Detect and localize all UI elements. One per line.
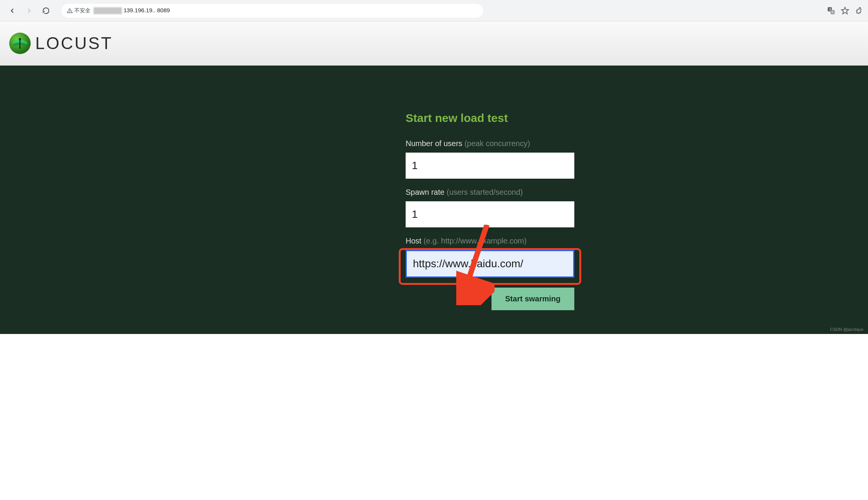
users-group: Number of users (peak concurrency) (406, 139, 574, 179)
host-label: Host (e.g. http://www.example.com) (406, 237, 574, 245)
start-swarming-button[interactable]: Start swarming (492, 288, 574, 310)
locust-wordmark: LOCUST (35, 34, 113, 53)
browser-toolbar: 不安全 139.196.19.. 8089 文A (0, 0, 868, 21)
security-label: 不安全 (74, 7, 90, 14)
address-bar[interactable]: 不安全 139.196.19.. 8089 (61, 4, 483, 18)
translate-icon[interactable]: 文A (827, 6, 836, 15)
svg-text:文: 文 (829, 8, 832, 11)
locust-logo: LOCUST (9, 33, 113, 54)
main-area: Start new load test Number of users (pea… (0, 66, 868, 334)
users-hint: (peak concurrency) (464, 139, 530, 148)
logo-circle-icon (9, 33, 31, 54)
host-group: Host (e.g. http://www.example.com) (406, 237, 574, 278)
url-visible: 139.196.19.. 8089 (123, 7, 170, 13)
spawn-group: Spawn rate (users started/second) (406, 188, 574, 227)
dragonfly-icon (12, 35, 28, 52)
svg-marker-6 (842, 7, 848, 13)
nav-buttons (5, 3, 54, 18)
reload-button[interactable] (38, 3, 54, 18)
load-test-form: Start new load test Number of users (pea… (406, 112, 574, 334)
back-button[interactable] (5, 3, 20, 18)
host-input[interactable] (406, 250, 574, 278)
url-text: 139.196.19.. 8089 (94, 7, 478, 14)
form-title: Start new load test (406, 112, 574, 125)
toolbar-right: 文A (827, 6, 863, 15)
svg-text:A: A (832, 10, 833, 14)
watermark: CSDN @jarctique (830, 327, 863, 332)
svg-point-1 (69, 12, 70, 12)
spawn-hint: (users started/second) (447, 188, 523, 196)
users-label: Number of users (peak concurrency) (406, 139, 574, 148)
host-hint: (e.g. http://www.example.com) (424, 237, 527, 245)
submit-row: Start swarming (406, 288, 574, 310)
users-label-text: Number of users (406, 139, 462, 148)
forward-button[interactable] (21, 3, 37, 18)
spawn-rate-input[interactable] (406, 201, 574, 227)
security-indicator[interactable]: 不安全 (67, 7, 90, 14)
redacted-segment (94, 7, 122, 14)
extensions-icon[interactable] (854, 6, 863, 15)
svg-point-12 (19, 38, 21, 40)
locust-header: LOCUST (0, 21, 868, 66)
users-input[interactable] (406, 153, 574, 179)
warning-icon (67, 8, 73, 14)
svg-rect-11 (20, 39, 21, 49)
spawn-label: Spawn rate (users started/second) (406, 188, 574, 197)
bookmark-star-icon[interactable] (840, 6, 850, 15)
host-label-text: Host (406, 237, 421, 245)
spawn-label-text: Spawn rate (406, 188, 444, 196)
